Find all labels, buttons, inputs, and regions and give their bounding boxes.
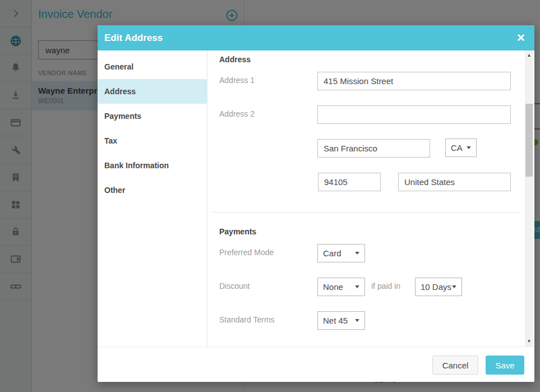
modal-scrollbar[interactable]: ▲ ▼ [525,50,533,347]
close-icon[interactable]: ✕ [516,33,525,43]
address1-label: Address 1 [219,76,255,85]
standard-terms-select[interactable]: Net 45 [317,311,365,330]
discount-label: Discount [219,282,250,290]
scroll-down-icon[interactable]: ▼ [525,338,533,345]
address-section-heading: Address [219,55,251,64]
modal-nav: General Address Payments Tax Bank Inform… [98,50,207,347]
chevron-down-icon [452,285,456,288]
preferred-mode-select[interactable]: Card [317,244,365,262]
state-select[interactable]: CA [445,139,477,157]
preferred-mode-label: Preferred Mode [219,248,274,257]
standard-terms-label: Standard Terms [219,315,275,324]
if-paid-in-text: if paid in [371,282,400,290]
city-input[interactable] [317,139,430,158]
save-button[interactable]: Save [486,356,524,375]
chevron-down-icon [467,146,471,149]
discount-period-select[interactable]: 10 Days [415,278,462,296]
country-input[interactable] [398,173,511,191]
modal-content: Address Address 1 Address 2 CA Payments … [207,50,525,347]
chevron-down-icon [355,319,359,322]
modal-body: General Address Payments Tax Bank Inform… [98,50,534,347]
tab-bank-information[interactable]: Bank Information [98,153,207,178]
tab-payments[interactable]: Payments [98,104,207,128]
preferred-mode-value: Card [323,248,341,258]
chevron-down-icon [355,252,359,255]
modal-header: Edit Address ✕ [98,25,534,50]
zip-input[interactable] [318,173,381,191]
address2-input[interactable] [317,105,511,124]
scrollbar-thumb[interactable] [525,104,533,177]
modal-footer: Cancel Save [98,347,534,382]
discount-period-value: 10 Days [421,282,451,292]
state-select-value: CA [451,143,463,153]
discount-select[interactable]: None [317,278,365,296]
modal-title: Edit Address [104,33,163,44]
address1-input[interactable] [317,72,511,90]
scroll-up-icon[interactable]: ▲ [525,52,533,59]
tab-other[interactable]: Other [98,178,207,202]
cancel-button[interactable]: Cancel [432,356,478,375]
chevron-down-icon [355,285,359,288]
tab-address[interactable]: Address [98,79,207,104]
payments-section-heading: Payments [219,227,256,236]
tab-general[interactable]: General [98,54,207,79]
address2-label: Address 2 [219,109,255,118]
app-root: Invoice Vendor VENDOR NAME Wayne Enterpr… [0,0,540,392]
tab-tax[interactable]: Tax [98,128,207,153]
discount-value: None [323,282,343,292]
section-divider [210,212,519,213]
standard-terms-value: Net 45 [323,316,348,325]
edit-address-modal: Edit Address ✕ General Address Payments … [98,25,534,382]
